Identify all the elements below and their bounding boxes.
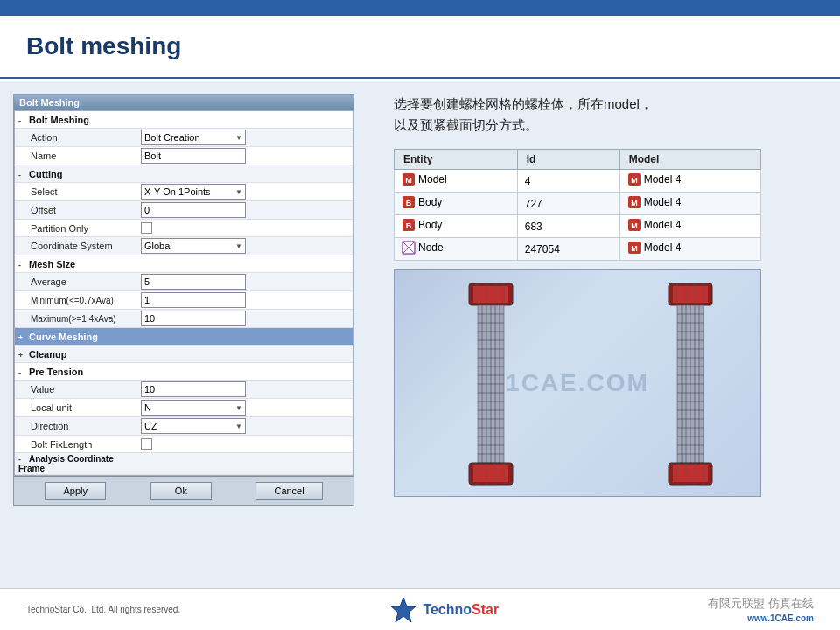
bolt-meshing-dialog: Bolt Meshing -Bolt Meshing Action Bolt C… bbox=[13, 94, 354, 506]
row-curve-meshing[interactable]: +Curve Meshing bbox=[15, 328, 353, 346]
table-row: M Model 4 M Model 4 bbox=[395, 170, 761, 192]
svg-text:M: M bbox=[631, 176, 638, 185]
copyright: TechnoStar Co., Ltd. All rights reserved… bbox=[26, 605, 180, 614]
row-action: Action Bolt Creation ▼ bbox=[15, 129, 353, 147]
table-row: B Body 683 M Model 4 bbox=[395, 215, 761, 238]
svg-text:M: M bbox=[405, 176, 412, 185]
model-icon-small4: M bbox=[627, 241, 641, 255]
dialog-body: -Bolt Meshing Action Bolt Creation ▼ Nam… bbox=[14, 110, 354, 476]
svg-text:M: M bbox=[631, 199, 638, 207]
table-row: B Body 727 M Model 4 bbox=[395, 192, 761, 215]
maximum-input[interactable] bbox=[141, 311, 246, 326]
logo-area: TechnoStar bbox=[389, 596, 499, 624]
svg-rect-47 bbox=[473, 466, 508, 482]
partition-only-checkbox[interactable] bbox=[141, 222, 152, 234]
local-unit-dropdown[interactable]: N ▼ bbox=[141, 400, 246, 416]
offset-input[interactable] bbox=[141, 202, 246, 218]
svg-text:B: B bbox=[406, 199, 412, 207]
model-icon-small3: M bbox=[627, 218, 641, 232]
row-partition-only: Partition Only bbox=[15, 220, 353, 237]
direction-dropdown[interactable]: UZ ▼ bbox=[141, 418, 246, 434]
svg-rect-53 bbox=[673, 286, 708, 303]
section-pre-tension: -Pre Tension bbox=[15, 363, 353, 381]
minimum-input[interactable] bbox=[141, 292, 246, 308]
entity-table: Entity Id Model M Model 4 bbox=[394, 149, 761, 261]
footer: TechnoStar Co., Ltd. All rights reserved… bbox=[0, 588, 840, 630]
row-select: Select X-Y On 1Points ▼ bbox=[15, 183, 353, 201]
model-icon: M bbox=[402, 172, 416, 186]
main-content: Bolt Meshing -Bolt Meshing Action Bolt C… bbox=[0, 80, 840, 588]
section-bolt-meshing: -Bolt Meshing bbox=[15, 111, 353, 129]
select-dropdown[interactable]: X-Y On 1Points ▼ bbox=[141, 184, 246, 200]
svg-marker-87 bbox=[391, 598, 416, 622]
name-input[interactable] bbox=[141, 148, 246, 164]
bolt-fixlength-checkbox[interactable] bbox=[141, 438, 152, 450]
action-dropdown[interactable]: Bolt Creation ▼ bbox=[141, 130, 246, 145]
section-mesh-size: -Mesh Size bbox=[15, 256, 353, 273]
dialog-buttons: Apply Ok Cancel bbox=[14, 476, 354, 505]
row-direction: Direction UZ ▼ bbox=[15, 417, 353, 436]
average-input[interactable] bbox=[141, 274, 246, 290]
description-line1: 选择要创建螺栓网格的螺栓体，所在model， bbox=[394, 94, 822, 115]
model-icon-small: M bbox=[627, 172, 641, 186]
coord-system-dropdown[interactable]: Global ▼ bbox=[141, 238, 246, 254]
table-row: Node 247054 M Model 4 bbox=[395, 238, 761, 261]
visualization-area: 1CAE.COM bbox=[394, 270, 761, 497]
cancel-button[interactable]: Cancel bbox=[256, 482, 322, 500]
footer-watermark1: 有限元联盟 仿真在线 bbox=[708, 596, 814, 612]
ok-button[interactable]: Ok bbox=[150, 482, 212, 500]
footer-url: www.1CAE.com bbox=[747, 613, 814, 623]
svg-rect-82 bbox=[673, 466, 708, 482]
model-icon-small2: M bbox=[627, 195, 641, 209]
svg-text:M: M bbox=[631, 221, 638, 230]
footer-right: 有限元联盟 仿真在线 www.1CAE.com bbox=[708, 596, 814, 623]
svg-rect-18 bbox=[473, 286, 508, 303]
top-bar bbox=[0, 0, 840, 16]
svg-text:B: B bbox=[406, 221, 412, 230]
body-icon: B bbox=[402, 195, 416, 209]
svg-text:M: M bbox=[631, 244, 638, 253]
value-input[interactable] bbox=[141, 382, 246, 397]
technostar-name: TechnoStar bbox=[423, 602, 499, 618]
body-icon2: B bbox=[402, 218, 416, 232]
node-icon bbox=[402, 241, 416, 255]
apply-button[interactable]: Apply bbox=[45, 482, 106, 500]
dialog-title: Bolt Meshing bbox=[19, 97, 80, 108]
right-panel: 选择要创建螺栓网格的螺栓体，所在model， 以及预紧截面切分方式。 Entit… bbox=[376, 80, 840, 588]
page-title: Bolt meshing bbox=[26, 32, 181, 60]
row-minimum: Minimum(<=0.7xAva) bbox=[15, 291, 353, 310]
left-panel: Bolt Meshing -Bolt Meshing Action Bolt C… bbox=[0, 80, 376, 588]
description: 选择要创建螺栓网格的螺栓体，所在model， 以及预紧截面切分方式。 bbox=[394, 94, 822, 136]
section-cutting: -Cutting bbox=[15, 165, 353, 183]
row-bolt-fixlength: Bolt FixLength bbox=[15, 436, 353, 453]
title-area: Bolt meshing bbox=[0, 16, 840, 79]
row-average: Average bbox=[15, 273, 353, 291]
col-model: Model bbox=[620, 150, 760, 170]
dialog-titlebar: Bolt Meshing bbox=[14, 94, 354, 110]
row-name: Name bbox=[15, 147, 353, 165]
col-id: Id bbox=[517, 150, 620, 170]
col-entity: Entity bbox=[395, 150, 518, 170]
section-cleanup: +Cleanup bbox=[15, 346, 353, 363]
bolt-left bbox=[447, 279, 535, 489]
bolt-right bbox=[647, 279, 734, 489]
row-local-unit: Local unit N ▼ bbox=[15, 399, 353, 417]
section-analysis-coord: -Analysis Coordinate Frame bbox=[15, 453, 353, 475]
row-offset: Offset bbox=[15, 201, 353, 220]
row-coordinate-system: Coordinate System Global ▼ bbox=[15, 237, 353, 256]
technostar-logo-icon bbox=[389, 596, 417, 624]
description-line2: 以及预紧截面切分方式。 bbox=[394, 115, 822, 136]
row-value: Value bbox=[15, 381, 353, 399]
row-maximum: Maximum(>=1.4xAva) bbox=[15, 310, 353, 328]
